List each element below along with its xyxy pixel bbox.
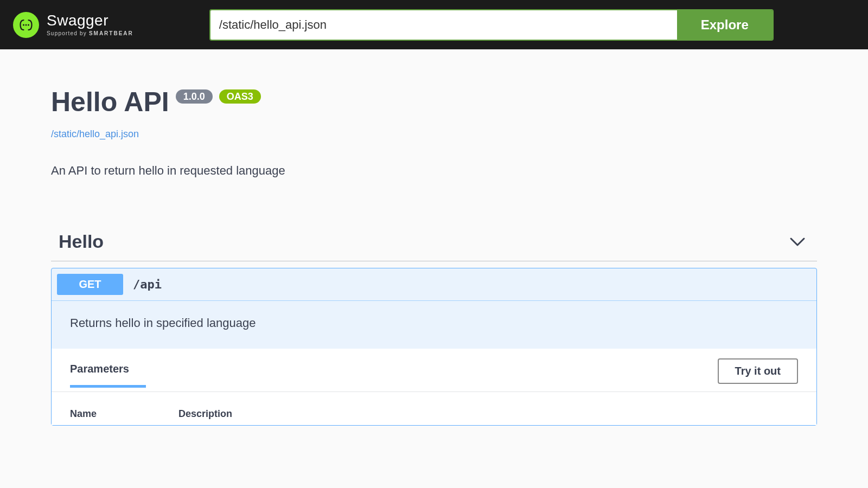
- chevron-down-icon: [789, 236, 806, 247]
- spec-url-form: Explore: [209, 9, 774, 41]
- api-info: Hello API 1.0.0 OAS3 /static/hello_api.j…: [51, 49, 817, 178]
- tag-name: Hello: [59, 231, 104, 252]
- svg-point-1: [25, 24, 27, 25]
- parameters-header: Parameters Try it out: [52, 349, 816, 392]
- swagger-logo-icon: [13, 12, 39, 38]
- operation-description: Returns hello in specified language: [52, 301, 816, 349]
- operation-path: /api: [133, 278, 162, 291]
- operation-block-get-api: GET /api Returns hello in specified lang…: [51, 268, 817, 426]
- explore-button[interactable]: Explore: [677, 10, 773, 40]
- spec-url-link[interactable]: /static/hello_api.json: [51, 129, 139, 140]
- api-title: Hello API: [51, 86, 169, 118]
- parameters-tab-underline: [70, 385, 146, 388]
- try-it-out-button[interactable]: Try it out: [718, 358, 798, 384]
- parameters-table: Name Description: [52, 392, 816, 425]
- column-header-description: Description: [178, 408, 232, 420]
- topbar: Swagger Supported by SMARTBEAR Explore: [0, 0, 868, 49]
- api-description: An API to return hello in requested lang…: [51, 164, 817, 178]
- http-method-badge: GET: [57, 274, 123, 295]
- logo-text: Swagger: [47, 13, 133, 28]
- svg-point-2: [28, 24, 29, 25]
- operation-summary[interactable]: GET /api: [52, 268, 816, 301]
- swagger-logo[interactable]: Swagger Supported by SMARTBEAR: [13, 12, 133, 38]
- logo-subtext: Supported by SMARTBEAR: [47, 30, 133, 36]
- tag-header[interactable]: Hello: [51, 221, 817, 261]
- oas-badge: OAS3: [219, 89, 261, 104]
- parameters-title: Parameters: [70, 363, 146, 385]
- column-header-name: Name: [70, 408, 135, 420]
- version-badge: 1.0.0: [176, 89, 213, 104]
- svg-point-0: [23, 24, 24, 25]
- spec-url-input[interactable]: [210, 10, 677, 40]
